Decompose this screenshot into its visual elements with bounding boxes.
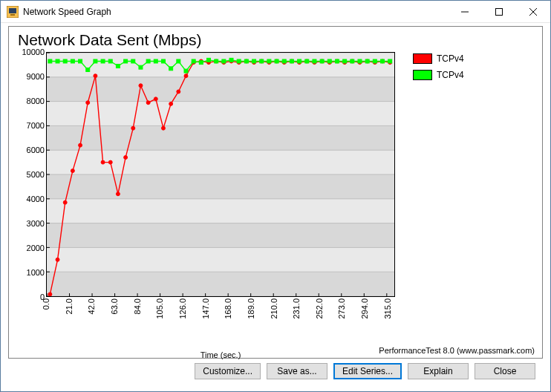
svg-rect-139 xyxy=(335,59,339,63)
x-tick-label: 0.0 xyxy=(42,298,50,310)
svg-rect-128 xyxy=(252,59,256,63)
button-row: Customize... Save as... Edit Series... E… xyxy=(8,363,543,379)
svg-rect-132 xyxy=(282,59,286,63)
svg-rect-12 xyxy=(47,150,394,174)
y-tick-label: 3000 xyxy=(27,219,45,228)
svg-rect-138 xyxy=(327,59,331,63)
svg-rect-108 xyxy=(101,59,105,63)
svg-rect-1 xyxy=(9,8,16,13)
svg-rect-107 xyxy=(94,59,97,63)
legend-swatch xyxy=(413,70,432,80)
app-icon xyxy=(7,6,19,18)
svg-point-58 xyxy=(71,169,74,173)
legend-label: TCPv4 xyxy=(437,53,464,64)
close-window-button[interactable] xyxy=(516,1,550,23)
x-tick-label: 126.0 xyxy=(178,298,187,319)
svg-point-57 xyxy=(63,200,67,204)
svg-rect-7 xyxy=(47,272,394,296)
edit-series-button[interactable]: Edit Series... xyxy=(333,363,402,379)
svg-rect-134 xyxy=(298,59,301,63)
svg-rect-137 xyxy=(320,59,324,63)
x-tick-label: 231.0 xyxy=(292,298,301,319)
svg-rect-146 xyxy=(388,59,392,63)
svg-rect-9 xyxy=(47,223,394,248)
svg-point-59 xyxy=(79,143,82,147)
svg-rect-105 xyxy=(79,59,82,63)
svg-point-71 xyxy=(169,102,173,105)
save-as-button[interactable]: Save as... xyxy=(267,363,327,379)
legend-item: TCPv4 xyxy=(413,53,464,64)
svg-point-60 xyxy=(86,101,90,105)
svg-point-70 xyxy=(161,126,165,130)
x-tick-label: 210.0 xyxy=(270,298,278,319)
svg-rect-103 xyxy=(63,59,67,63)
x-tick-label: 294.0 xyxy=(360,298,369,319)
svg-rect-109 xyxy=(108,59,112,63)
y-tick-label: 10000 xyxy=(22,48,45,56)
minimize-button[interactable] xyxy=(448,1,482,23)
chart-title: Network Data Sent (Mbps) xyxy=(18,31,535,49)
window-title: Network Speed Graph xyxy=(23,7,111,17)
svg-rect-8 xyxy=(47,247,394,272)
svg-point-66 xyxy=(131,126,135,130)
svg-rect-125 xyxy=(229,58,233,62)
svg-rect-102 xyxy=(56,59,59,63)
svg-rect-113 xyxy=(139,65,143,69)
legend-swatch xyxy=(413,53,432,64)
svg-rect-115 xyxy=(154,59,157,63)
legend-label: TCPv4 xyxy=(437,70,464,80)
svg-rect-116 xyxy=(161,59,165,63)
svg-rect-101 xyxy=(48,59,52,63)
customize-button[interactable]: Customize... xyxy=(195,363,261,379)
y-tick-label: 6000 xyxy=(27,146,45,154)
svg-rect-114 xyxy=(146,59,150,63)
svg-rect-141 xyxy=(351,59,354,63)
svg-point-61 xyxy=(94,74,97,78)
svg-rect-126 xyxy=(237,59,241,63)
y-tick-label: 5000 xyxy=(27,170,45,179)
svg-rect-121 xyxy=(199,61,203,65)
x-tick-label: 84.0 xyxy=(133,298,142,314)
svg-rect-112 xyxy=(131,59,135,63)
graph-panel: Network Data Sent (Mbps) 010002000300040… xyxy=(8,26,543,359)
svg-rect-144 xyxy=(373,59,376,63)
svg-rect-133 xyxy=(290,59,293,63)
x-tick-label: 273.0 xyxy=(337,298,346,319)
y-tick-label: 2000 xyxy=(27,244,45,252)
explain-button[interactable]: Explain xyxy=(408,363,469,379)
svg-rect-11 xyxy=(47,174,394,199)
chart-legend: TCPv4TCPv4 xyxy=(413,52,464,86)
title-bar: Network Speed Graph xyxy=(1,1,550,23)
svg-rect-136 xyxy=(313,59,316,63)
svg-rect-131 xyxy=(275,59,278,63)
svg-rect-13 xyxy=(47,125,394,150)
credit-text: PerformanceTest 8.0 (www.passmark.com) xyxy=(379,346,535,355)
x-tick-label: 168.0 xyxy=(224,298,232,319)
close-button[interactable]: Close xyxy=(475,363,535,379)
svg-point-55 xyxy=(48,293,52,296)
x-tick-label: 63.0 xyxy=(110,298,119,314)
svg-rect-15 xyxy=(47,77,394,102)
svg-rect-117 xyxy=(169,67,173,71)
svg-point-67 xyxy=(139,84,143,88)
svg-rect-143 xyxy=(365,59,369,63)
maximize-button[interactable] xyxy=(482,1,516,23)
svg-rect-10 xyxy=(47,199,394,223)
svg-rect-110 xyxy=(116,65,120,68)
svg-rect-123 xyxy=(215,59,218,63)
y-tick-label: 7000 xyxy=(27,121,45,130)
x-tick-label: 21.0 xyxy=(65,298,74,314)
x-tick-label: 315.0 xyxy=(383,298,392,319)
svg-rect-122 xyxy=(207,58,211,62)
x-tick-label: 42.0 xyxy=(87,298,96,314)
svg-rect-145 xyxy=(381,59,385,63)
svg-point-73 xyxy=(184,74,188,78)
y-tick-label: 8000 xyxy=(27,97,45,105)
x-tick-label: 189.0 xyxy=(247,298,255,319)
svg-point-69 xyxy=(154,97,157,101)
chart-plot-area xyxy=(46,52,395,297)
svg-rect-142 xyxy=(358,59,362,63)
x-tick-label: 147.0 xyxy=(201,298,210,319)
svg-rect-130 xyxy=(267,59,271,63)
svg-point-64 xyxy=(116,192,120,196)
